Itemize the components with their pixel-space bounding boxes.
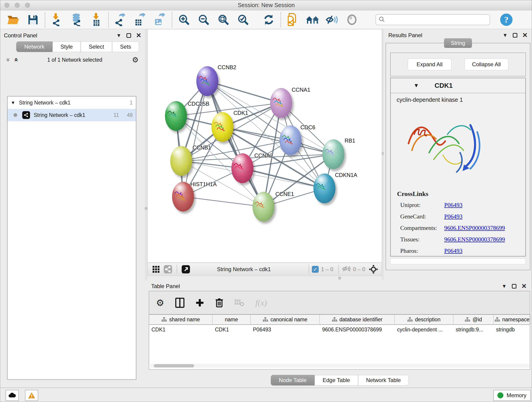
float-panel-icon[interactable] [513, 33, 517, 38]
zoom-fit-icon[interactable] [214, 11, 233, 28]
import-database-icon[interactable] [67, 11, 87, 28]
left-splitter[interactable] [145, 29, 147, 280]
zoom-in-icon[interactable] [174, 11, 194, 28]
close-window-button[interactable] [4, 3, 9, 8]
network-node-cdc25b[interactable] [165, 101, 187, 131]
hide-selected-icon[interactable] [322, 11, 342, 28]
table-cell: P06493 [251, 325, 320, 335]
results-scrollbar[interactable] [390, 258, 526, 264]
crosslink-label: GeneCard: [400, 213, 444, 220]
split-panel-icon[interactable] [175, 298, 184, 308]
home-icon[interactable] [303, 11, 322, 28]
help-button[interactable]: ? [500, 13, 513, 26]
search-input[interactable] [386, 17, 483, 23]
tab-edge-table[interactable]: Edge Table [315, 375, 358, 385]
minimize-window-button[interactable] [15, 3, 20, 8]
open-external-icon[interactable] [180, 264, 192, 274]
network-row-selected[interactable]: String Network – cdk1 11 48 [7, 109, 136, 121]
gene-card-header[interactable]: ▼ CDK1 [391, 78, 525, 93]
crosslink-link[interactable]: P06493 [444, 248, 462, 254]
delete-entry-trash-icon[interactable] [215, 298, 223, 307]
column-header-database-identifier[interactable]: database identifier [320, 315, 395, 324]
float-panel-icon[interactable] [127, 33, 131, 38]
scrollbar-thumb[interactable] [154, 364, 194, 367]
network-node-ccna2[interactable] [231, 153, 253, 183]
bottom-splitter[interactable] [147, 276, 382, 280]
import-table-icon[interactable] [87, 11, 106, 28]
network-canvas[interactable]: CCNB2CCNA1CDC25BCDK1CDC6RB1CCNB1CCNA2CDK… [147, 29, 382, 263]
control-panel-tabs: NetworkStyleSelectSets [16, 41, 145, 52]
share-icon[interactable] [162, 264, 174, 274]
zoom-out-icon[interactable] [194, 11, 214, 28]
crosslink-link[interactable]: 9606.ENSP00000378699 [444, 236, 505, 243]
tab-network-table[interactable]: Network Table [358, 375, 409, 385]
tab-network[interactable]: Network [16, 41, 52, 52]
network-node-ccnb1[interactable] [170, 146, 192, 176]
table-row[interactable]: CDK1CDK1P064939606.ENSP00000378699cyclin… [149, 325, 530, 335]
collapse-panel-icon[interactable]: ▼ [502, 283, 507, 289]
maximize-window-button[interactable] [25, 3, 30, 8]
collapse-panel-icon[interactable]: ▼ [116, 32, 121, 38]
tab-select[interactable]: Select [81, 41, 112, 52]
crosslink-link[interactable]: 9606.ENSP00000378699 [444, 225, 505, 231]
network-node-cdc6[interactable] [279, 125, 302, 155]
network-node-cdk1[interactable] [211, 112, 234, 142]
crosslink-link[interactable]: P06493 [444, 202, 462, 209]
warning-icon[interactable] [25, 390, 38, 401]
network-collection-row[interactable]: ▼ String Network – cdk1 1 [7, 96, 136, 109]
float-panel-icon[interactable] [512, 284, 516, 288]
network-node-rb1[interactable] [322, 139, 344, 169]
tab-node-table[interactable]: Node Table [271, 375, 315, 385]
column-header-description[interactable]: description [395, 315, 453, 324]
export-table-icon[interactable] [130, 11, 150, 28]
memory-button[interactable]: Memory [493, 390, 531, 401]
column-header--id[interactable]: @id [453, 315, 494, 324]
column-header-shared-name[interactable]: shared name [149, 315, 213, 324]
close-panel-icon[interactable]: ✕ [521, 284, 527, 288]
grid-icon[interactable] [150, 264, 162, 274]
column-header-namespace[interactable]: namespace [494, 315, 531, 324]
export-image-icon[interactable] [150, 11, 170, 28]
tab-string[interactable]: String [444, 38, 472, 48]
network-node-ccna1[interactable] [270, 88, 292, 118]
import-network-icon[interactable] [47, 11, 67, 28]
network-options-gear-icon[interactable]: ⚙ [132, 56, 139, 64]
tab-style[interactable]: Style [52, 41, 81, 52]
search-box[interactable] [375, 14, 490, 25]
show-all-icon[interactable] [342, 11, 362, 28]
close-panel-icon[interactable]: ✕ [136, 33, 141, 38]
traffic-lights[interactable] [4, 3, 30, 8]
expand-all-networks-icon[interactable]: » [12, 58, 19, 62]
gene-expand-icon[interactable]: ▼ [413, 82, 419, 89]
collapse-all-networks-icon[interactable]: » [5, 58, 12, 62]
add-entry-icon[interactable] [196, 298, 204, 307]
column-header-name[interactable]: name [213, 315, 251, 324]
column-header-canonical-name[interactable]: canonical name [251, 315, 320, 324]
hidden-eye-icon[interactable] [342, 265, 351, 274]
table-settings-gear-icon[interactable]: ⚙ [156, 298, 164, 308]
close-panel-icon[interactable]: ✕ [522, 33, 528, 38]
open-session-icon[interactable] [3, 11, 23, 28]
save-session-icon[interactable] [23, 11, 43, 28]
cloud-icon[interactable] [6, 390, 19, 401]
expand-all-button[interactable]: Expand All [408, 58, 452, 70]
network-node-cdkn1a[interactable] [313, 173, 336, 203]
collapse-all-button[interactable]: Collapse All [464, 58, 508, 70]
clone-network-icon[interactable] [283, 11, 303, 28]
refresh-icon[interactable] [259, 11, 279, 28]
delete-table-icon[interactable] [234, 299, 244, 307]
selected-checkbox[interactable]: ✓ [312, 266, 319, 273]
window-title: Session: New Session [238, 2, 295, 8]
network-node-ccnb2[interactable] [196, 66, 218, 96]
collection-expand-icon[interactable]: ▼ [11, 100, 15, 105]
zoom-selected-icon[interactable] [233, 11, 253, 28]
results-panel: Results Panel ▼ ✕ String Expand All Coll… [384, 29, 532, 280]
pan-crosshair-icon[interactable] [367, 264, 380, 274]
crosslink-link[interactable]: P06493 [444, 213, 462, 220]
function-builder-icon[interactable]: f(x) [255, 298, 267, 307]
export-network-icon[interactable] [111, 11, 130, 28]
table-horizontal-scrollbar[interactable] [150, 364, 530, 368]
tab-sets[interactable]: Sets [112, 41, 139, 52]
collapse-panel-icon[interactable]: ▼ [503, 32, 508, 38]
network-node-ccne1[interactable] [253, 192, 274, 222]
